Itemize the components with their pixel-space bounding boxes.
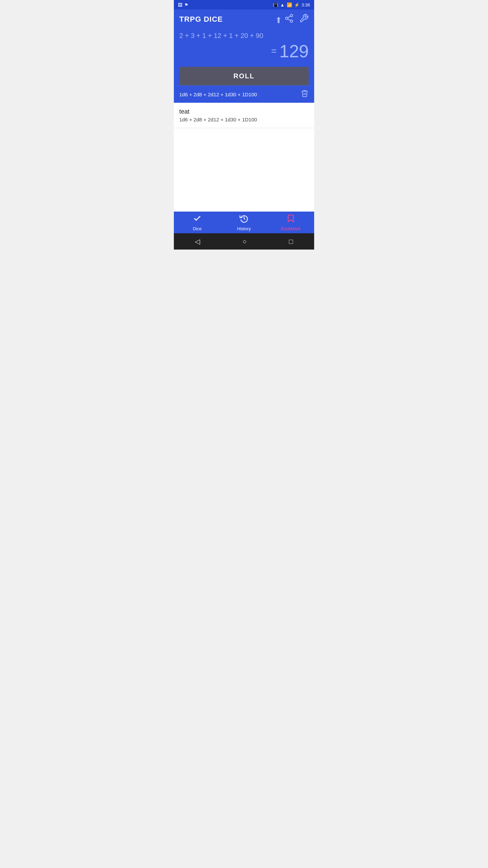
nav-history-label: History [237, 226, 251, 231]
back-button[interactable]: ◁ [195, 237, 200, 245]
svg-point-0 [290, 14, 293, 17]
recents-button[interactable]: □ [289, 238, 293, 245]
app-title: TRPG DICE [179, 15, 223, 24]
bookmark-icon [286, 214, 295, 225]
dice-result-row: = 129 [179, 41, 309, 61]
nav-bookmark[interactable]: BookMark [267, 212, 314, 233]
roll-button[interactable]: ROLL [179, 67, 309, 85]
nav-history[interactable]: History [221, 212, 267, 233]
settings-icon[interactable] [299, 14, 309, 25]
battery-icon: ⚡ [294, 2, 300, 7]
status-bar-right: 📳 ▲ 📶 ⚡ 3:36 [273, 2, 310, 7]
svg-point-2 [290, 20, 293, 22]
content-area: teat 1d6 + 2d8 + 2d12 + 1d30 + 1D100 [174, 103, 314, 212]
app-header: TRPG DICE ⬆ [174, 9, 314, 29]
svg-line-4 [288, 16, 290, 18]
current-config-bar: 1d6 + 2d8 + 2d12 + 1d30 + 1D100 [174, 85, 314, 103]
roll-button-wrapper: ROLL [174, 67, 314, 85]
share-icon[interactable]: ⬆ [275, 14, 294, 25]
svg-point-1 [286, 17, 288, 20]
nav-dice[interactable]: Dice [174, 212, 221, 233]
nav-dice-label: Dice [193, 226, 202, 231]
notification-icon: ⚑ [184, 2, 188, 7]
system-nav: ◁ ○ □ [174, 233, 314, 250]
vibrate-icon: 📳 [273, 2, 278, 7]
dice-result-section: 2 + 3 + 1 + 12 + 1 + 20 + 90 = 129 [174, 29, 314, 67]
bookmark-config: 1d6 + 2d8 + 2d12 + 1d30 + 1D100 [179, 117, 309, 122]
bookmark-name: teat [179, 108, 309, 115]
dice-check-icon [193, 214, 202, 225]
status-bar: 🖼 ⚑ 📳 ▲ 📶 ⚡ 3:36 [174, 0, 314, 9]
home-button[interactable]: ○ [242, 238, 246, 245]
bottom-nav: Dice History BookMark [174, 212, 314, 233]
photo-icon: 🖼 [178, 2, 182, 7]
status-bar-left: 🖼 ⚑ [178, 2, 188, 7]
time-display: 3:36 [302, 2, 310, 7]
nav-bookmark-label: BookMark [281, 226, 301, 231]
dice-result: 129 [279, 41, 309, 61]
wifi-icon: ▲ [280, 2, 285, 7]
equals-sign: = [271, 46, 277, 57]
dice-expression: 2 + 3 + 1 + 12 + 1 + 20 + 90 [179, 32, 309, 40]
signal-icon: 📶 [287, 2, 292, 7]
bookmark-item[interactable]: teat 1d6 + 2d8 + 2d12 + 1d30 + 1D100 [174, 103, 314, 128]
delete-config-icon[interactable] [301, 89, 309, 99]
header-icons: ⬆ [275, 14, 309, 25]
history-icon [240, 214, 248, 225]
svg-line-3 [288, 19, 290, 21]
current-config-text: 1d6 + 2d8 + 2d12 + 1d30 + 1D100 [179, 92, 257, 97]
